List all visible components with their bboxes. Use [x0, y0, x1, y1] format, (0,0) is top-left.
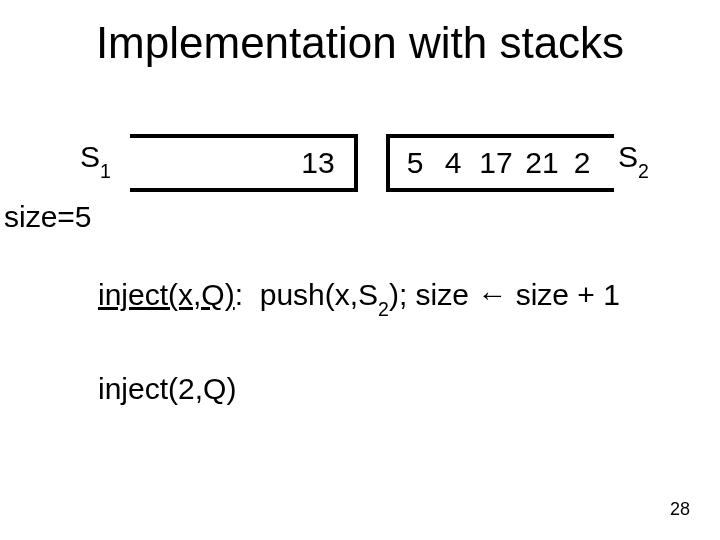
inject-call: inject(2,Q) [98, 372, 236, 406]
stack-s2-cell: 21 [520, 138, 564, 188]
inject-definition: inject(x,Q): push(x,S2); size ← size + 1 [98, 278, 620, 317]
inject-body-post: ); size ← size + 1 [389, 278, 620, 311]
s1-subscript: 1 [100, 160, 111, 182]
stack-s1: 13 [130, 134, 358, 192]
stack-s2-cell: 5 [396, 138, 434, 188]
s1-letter: S [80, 140, 100, 173]
stack-s2: 5 4 17 21 2 [386, 134, 614, 192]
s2-label: S2 [618, 140, 649, 179]
page-number: 28 [670, 499, 690, 520]
inject-body-sub: 2 [378, 298, 389, 320]
inject-fn-name: inject(x,Q) [98, 278, 235, 311]
s2-subscript: 2 [638, 160, 649, 182]
s2-letter: S [618, 140, 638, 173]
slide: Implementation with stacks S1 13 5 4 17 … [0, 0, 720, 540]
s1-label: S1 [80, 140, 111, 179]
stack-s2-cell: 4 [434, 138, 472, 188]
stack-s2-cell: 2 [564, 138, 600, 188]
inject-body-pre: push(x,S [260, 278, 378, 311]
stack-s1-cell: 13 [288, 138, 348, 188]
size-label: size=5 [4, 200, 92, 234]
colon: : [235, 278, 260, 311]
stack-s2-cell: 17 [472, 138, 520, 188]
slide-title: Implementation with stacks [0, 18, 720, 68]
